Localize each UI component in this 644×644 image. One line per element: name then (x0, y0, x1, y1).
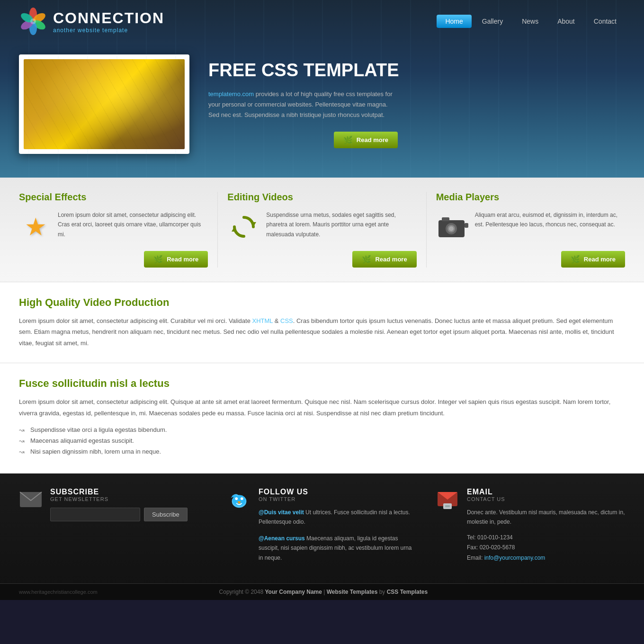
footer-subscribe-text: SUBSCRIBE GET NEWSLETTERS Subscribe (50, 488, 188, 521)
feature-editing-videos: Editing Videos Suspendisse urna metus, s… (218, 192, 426, 268)
twitter-icon (227, 487, 251, 512)
svg-point-4 (19, 18, 35, 32)
company-name-link[interactable]: Your Company Name (265, 589, 322, 595)
article1-text2: & (273, 317, 280, 324)
subscribe-input[interactable] (50, 508, 140, 521)
feature-btn-wrap-2: 🌿 Read more (227, 251, 416, 268)
svg-point-6 (30, 18, 36, 24)
article-video-production: High Quality Video Production Lorem ipsu… (0, 282, 644, 363)
hero-read-more-wrap: 🌿 Read more (208, 132, 398, 148)
svg-point-19 (241, 497, 243, 500)
follow-subtitle: ON TWITTER (259, 496, 417, 502)
camera-icon (436, 214, 469, 240)
article1-link-css[interactable]: CSS (280, 317, 293, 324)
twitter-link-2[interactable]: @Aenean cursus (259, 535, 305, 542)
article1-link-xhtml[interactable]: XHTML (252, 317, 273, 324)
article2-text: Lorem ipsum dolor sit amet, consectetur … (19, 396, 625, 419)
refresh-icon-wrap (227, 210, 260, 243)
separator1: | (322, 589, 327, 595)
email-label: Email: (467, 555, 484, 561)
refresh-icon (231, 214, 257, 240)
nav-item-home[interactable]: Home (437, 15, 471, 28)
hero-desc-text: provides a lot of high quality free css … (208, 90, 393, 118)
article-fusce: Fusce sollicitudin nisl a lectus Lorem i… (0, 363, 644, 474)
hero-image-wrap (19, 54, 189, 154)
separator2: by (377, 589, 386, 595)
nav-item-news[interactable]: News (513, 15, 547, 28)
feature-btn-wrap-1: 🌿 Read more (19, 251, 208, 268)
subscribe-form: Subscribe (50, 508, 188, 521)
readmore-icon-2: 🌿 (362, 255, 371, 264)
main-content: Special Effects ★ Lorem ipsum dolor sit … (0, 178, 644, 474)
svg-rect-14 (442, 217, 449, 221)
email-icon-wrap (436, 488, 459, 511)
subscribe-button[interactable]: Subscribe (144, 508, 188, 521)
nav-item-about[interactable]: About (549, 15, 583, 28)
logo-icon (19, 7, 47, 36)
email-subtitle: CONTACT US (467, 496, 625, 502)
star-icon: ★ (25, 213, 47, 241)
svg-rect-24 (445, 505, 450, 507)
article1-text: Lorem ipsum dolor sit amet, consectetur … (19, 315, 625, 349)
hero-section: FREE CSS TEMPLATE templatemo.com provide… (0, 40, 644, 178)
hero-read-more-button[interactable]: 🌿 Read more (334, 132, 398, 148)
svg-marker-8 (232, 227, 237, 232)
copyright-text: Copyright © 2048 (219, 589, 265, 595)
footer-website: www.heritagechristiancollege.com (19, 589, 98, 595)
feature-text-1: Lorem ipsum dolor sit amet, consectetur … (58, 210, 208, 243)
twitter-entry-2: @Aenean cursus Maecenas aliquam, ligula … (259, 534, 417, 563)
email-desc: Donec ante. Vestibulum nisl mauris, male… (467, 508, 625, 527)
hero-image (24, 59, 185, 149)
svg-point-5 (19, 11, 35, 25)
hero-desc-link[interactable]: templatemo.com (208, 90, 254, 98)
feature-body-2: Suspendisse urna metus, sodales eget sag… (227, 210, 416, 243)
footer-subscribe-col: SUBSCRIBE GET NEWSLETTERS Subscribe (19, 488, 208, 569)
footer-bottom: www.heritagechristiancollege.com Copyrig… (0, 584, 644, 600)
logo-subtitle: another website template (53, 27, 164, 34)
feature-title-2: Editing Videos (227, 192, 416, 203)
svg-point-3 (29, 22, 37, 35)
mail-icon-wrap (19, 488, 43, 511)
feature-text-2: Suspendisse urna metus, sodales eget sag… (266, 210, 416, 243)
feature-readmore-button-1[interactable]: 🌿 Read more (144, 251, 208, 268)
feature-body-3: Aliquam erat arcu, euismod et, dignissim… (436, 210, 625, 243)
header: CONNECTION another website template Home… (0, 0, 644, 178)
twitter-link-1[interactable]: @Duis vitae velit (259, 509, 304, 516)
svg-point-2 (32, 18, 47, 32)
email-icon (436, 489, 459, 510)
website-templates-link[interactable]: Website Templates (327, 589, 378, 595)
footer: SUBSCRIBE GET NEWSLETTERS Subscribe (0, 474, 644, 600)
css-templates-link[interactable]: CSS Templates (387, 589, 428, 595)
email-address-link[interactable]: info@yourcompany.com (484, 555, 546, 561)
svg-point-13 (449, 226, 454, 231)
header-top: CONNECTION another website template Home… (0, 0, 644, 40)
footer-subscribe-inner: SUBSCRIBE GET NEWSLETTERS Subscribe (19, 488, 208, 521)
svg-point-0 (29, 8, 37, 21)
feature-btn-wrap-3: 🌿 Read more (436, 251, 625, 268)
footer-email-text: EMAIL CONTACT US Donec ante. Vestibulum … (467, 488, 625, 564)
svg-point-18 (235, 497, 238, 500)
email-tel: Tel: 010-010-1234 (467, 533, 625, 543)
twitter-text-1: @Duis vitae velit Ut ultrices. Fusce sol… (259, 508, 417, 527)
article1-title: High Quality Video Production (19, 296, 625, 309)
hero-title: FREE CSS TEMPLATE (208, 60, 625, 80)
nav-item-gallery[interactable]: Gallery (474, 15, 511, 28)
nav-item-contact[interactable]: Contact (585, 15, 625, 28)
email-contact: Tel: 010-010-1234 Fax: 020-020-5678 Emai… (467, 533, 625, 564)
main-nav: Home Gallery News About Contact (437, 15, 625, 28)
follow-title: FOLLOW US (259, 488, 417, 496)
readmore-icon-3: 🌿 (571, 255, 580, 264)
hero-read-more-label: Read more (357, 136, 388, 143)
feature-readmore-button-3[interactable]: 🌿 Read more (561, 251, 625, 268)
feature-readmore-button-2[interactable]: 🌿 Read more (352, 251, 416, 268)
features-row: Special Effects ★ Lorem ipsum dolor sit … (0, 178, 644, 282)
star-icon-wrap: ★ (19, 210, 52, 243)
feature-text-3: Aliquam erat arcu, euismod et, dignissim… (475, 210, 625, 243)
article2-list: Suspendisse vitae orci a ligula egestas … (19, 426, 625, 455)
feature-special-effects: Special Effects ★ Lorem ipsum dolor sit … (19, 192, 218, 268)
camera-icon-wrap (436, 210, 469, 243)
footer-follow-inner: FOLLOW US ON TWITTER @Duis vitae velit U… (227, 488, 417, 569)
readmore-icon: 🌿 (343, 135, 353, 144)
footer-top: SUBSCRIBE GET NEWSLETTERS Subscribe (0, 474, 644, 584)
feature-title-3: Media Players (436, 192, 625, 203)
